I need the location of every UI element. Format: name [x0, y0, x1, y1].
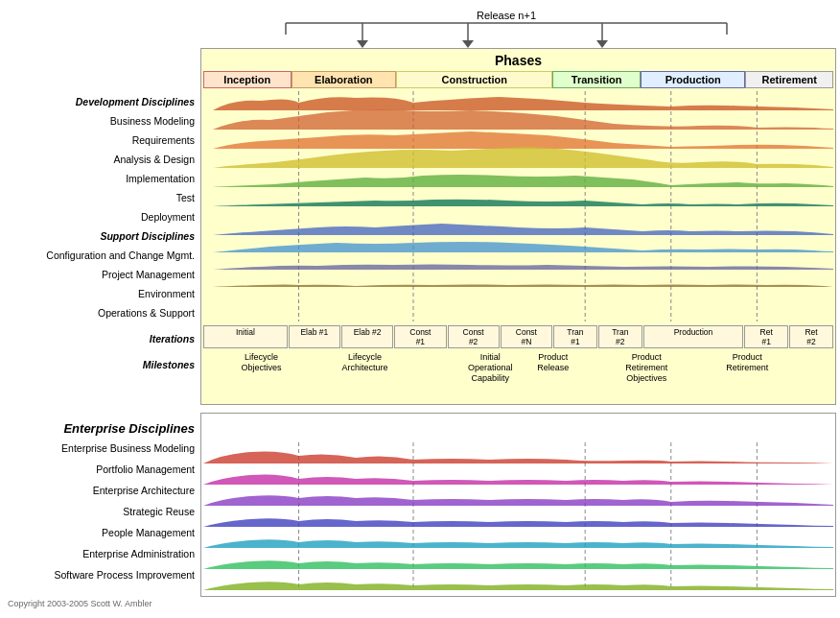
phase-retirement: Retirement	[745, 71, 833, 88]
ent-discipline-people: People Management	[4, 522, 197, 543]
label-analysis-design: Analysis & Design	[4, 154, 200, 165]
enterprise-header-row: Enterprise Disciplines	[4, 418, 197, 438]
milestone-product-retirement-obj: ProductRetirementObjectives	[625, 352, 667, 383]
discipline-test: Test	[4, 188, 197, 207]
ent-wave-portfolio	[203, 475, 833, 486]
iter-const1: Const#1	[394, 325, 446, 348]
ent-wave-ebm	[203, 452, 833, 464]
wave-analysis-design	[213, 131, 833, 149]
phase-transition: Transition	[552, 71, 641, 88]
iter-elab1: Elab #1	[289, 325, 340, 348]
enterprise-left-labels: Enterprise Disciplines Enterprise Busine…	[4, 413, 200, 597]
discipline-waves-svg	[203, 91, 833, 321]
iterations-label-row: Iterations	[4, 328, 197, 349]
phase-inception: Inception	[203, 71, 292, 88]
phase-elaboration: Elaboration	[292, 71, 397, 88]
wave-environment	[213, 265, 833, 271]
wave-config	[213, 224, 833, 235]
iter-initial: Initial	[203, 325, 288, 348]
enterprise-header-label: Enterprise Disciplines	[4, 421, 200, 436]
label-requirements: Requirements	[4, 134, 200, 146]
label-ops-support: Operations & Support	[4, 307, 200, 319]
label-spi: Software Process Improvement	[4, 569, 200, 581]
enterprise-waves-svg	[203, 442, 833, 590]
discipline-project-mgmt: Project Management	[4, 265, 197, 284]
wave-deployment	[213, 200, 833, 206]
iterations-label: Iterations	[4, 333, 200, 345]
milestone-lifecycle-architecture: LifecycleArchitecture	[342, 352, 388, 373]
phase-construction: Construction	[396, 71, 552, 88]
milestone-lifecycle-objectives: LifecycleObjectives	[241, 352, 281, 373]
iter-elab2: Elab #2	[341, 325, 393, 348]
ent-discipline-reuse: Strategic Reuse	[4, 501, 197, 522]
release-bracket-svg: Release n+1	[228, 8, 784, 50]
phases-title: Phases	[203, 53, 833, 68]
discipline-business-modeling: Business Modeling	[4, 111, 197, 131]
right-content: Phases Inception Elaboration Constructio…	[200, 48, 836, 405]
copyright: Copyright 2003-2005 Scott W. Ambler	[4, 597, 836, 608]
discipline-requirements: Requirements	[4, 131, 197, 150]
wave-test	[213, 175, 833, 187]
svg-marker-8	[596, 40, 608, 48]
iter-const2: Const#2	[448, 325, 500, 348]
iter-tran2: Tran#2	[598, 325, 642, 348]
phase-columns: Inception Elaboration Construction Trans…	[203, 71, 833, 88]
main-diagram: Development Disciplines Business Modelin…	[4, 48, 836, 405]
iter-constN: Const#N	[501, 325, 552, 348]
ent-wave-reuse	[203, 518, 833, 527]
discipline-ops-support: Operations & Support	[4, 303, 197, 322]
label-implementation: Implementation	[4, 173, 200, 184]
label-admin: Enterprise Administration	[4, 548, 200, 559]
release-header: Release n+1	[4, 4, 836, 48]
milestones-label-row: Milestones	[4, 357, 197, 399]
svg-marker-6	[462, 40, 474, 48]
discipline-implementation: Implementation	[4, 169, 197, 188]
milestone-initial-operational: InitialOperationalCapability	[468, 352, 513, 383]
discipline-chart-area	[203, 91, 833, 323]
discipline-deployment: Deployment	[4, 207, 197, 226]
ent-discipline-portfolio: Portfolio Management	[4, 459, 197, 480]
ent-discipline-architecture: Enterprise Architecture	[4, 480, 197, 501]
dev-disciplines-header: Development Disciplines	[4, 92, 197, 111]
label-business-modeling: Business Modeling	[4, 115, 200, 127]
iter-tran1: Tran#1	[553, 325, 597, 348]
wave-project-mgmt	[213, 242, 833, 252]
svg-marker-4	[357, 40, 368, 48]
wave-implementation	[213, 147, 833, 168]
discipline-analysis-design: Analysis & Design	[4, 150, 197, 169]
label-environment: Environment	[4, 288, 200, 299]
ent-discipline-ebm: Enterprise Business Modeling	[4, 438, 197, 459]
ent-discipline-spi: Software Process Improvement	[4, 564, 197, 585]
phase-production: Production	[641, 71, 746, 88]
ent-wave-admin	[203, 560, 833, 569]
iterations-boxes: Initial Elab #1 Elab #2 Const#1 Const#2 …	[203, 325, 833, 348]
wave-business-modeling	[213, 97, 833, 110]
milestones-label: Milestones	[4, 357, 200, 370]
label-project-mgmt: Project Management	[4, 269, 200, 280]
label-config: Configuration and Change Mgmt.	[4, 250, 200, 261]
ent-wave-spi	[203, 582, 833, 590]
milestones-area: LifecycleObjectives LifecycleArchitectur…	[203, 352, 833, 400]
discipline-config: Configuration and Change Mgmt.	[4, 246, 197, 265]
left-labels: Development Disciplines Business Modelin…	[4, 48, 200, 405]
dev-disciplines-label: Development Disciplines	[4, 96, 200, 107]
label-ebm: Enterprise Business Modeling	[4, 442, 200, 454]
support-disciplines-label: Support Disciplines	[4, 230, 200, 242]
enterprise-main: Enterprise Disciplines Enterprise Busine…	[4, 413, 836, 597]
label-people: People Management	[4, 527, 200, 538]
iter-ret2: Ret#2	[789, 325, 833, 348]
label-reuse: Strategic Reuse	[4, 506, 200, 517]
ent-discipline-admin: Enterprise Administration	[4, 543, 197, 564]
enterprise-section: Enterprise Disciplines Enterprise Busine…	[4, 413, 836, 597]
milestone-product-release: ProductRelease	[537, 352, 569, 373]
support-disciplines-header: Support Disciplines	[4, 226, 197, 246]
label-deployment: Deployment	[4, 211, 200, 223]
outer-container: Release n+1 Development Disciplines	[0, 0, 840, 612]
enterprise-chart-area	[200, 413, 836, 597]
wave-ops-support	[213, 285, 833, 288]
iter-ret1: Ret#1	[744, 325, 788, 348]
milestone-product-retirement: ProductRetirement	[726, 352, 768, 373]
discipline-environment: Environment	[4, 284, 197, 303]
label-portfolio: Portfolio Management	[4, 464, 200, 475]
wave-requirements	[213, 109, 833, 130]
